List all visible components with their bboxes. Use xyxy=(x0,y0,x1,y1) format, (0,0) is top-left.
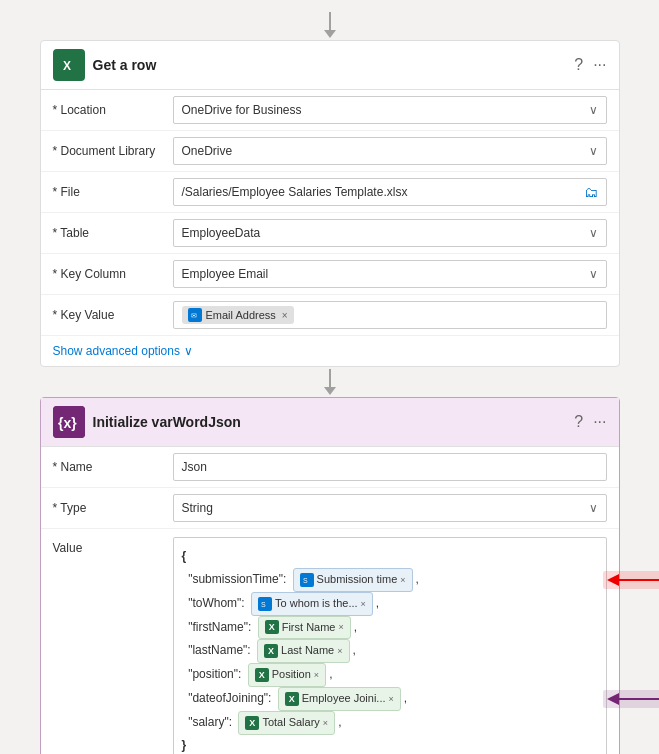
doc-library-dropdown[interactable]: OneDrive ∨ xyxy=(173,137,607,165)
get-row-more-icon[interactable]: ··· xyxy=(593,56,606,74)
init-actions: ? ··· xyxy=(574,413,606,431)
location-dropdown[interactable]: OneDrive for Business ∨ xyxy=(173,96,607,124)
email-address-chip: ✉ Email Address × xyxy=(182,306,294,324)
top-connector xyxy=(324,12,336,38)
position-chip-icon: X xyxy=(255,668,269,682)
date-joining-chip-close[interactable]: × xyxy=(389,691,394,707)
page-wrapper: X Get a row ? ··· * Location OneDrive fo… xyxy=(0,0,659,754)
get-row-title: Get a row xyxy=(93,57,567,73)
get-row-actions: ? ··· xyxy=(574,56,606,74)
key-column-value: Employee Email xyxy=(182,267,269,281)
date-joining-chip: X Employee Joini... × xyxy=(278,687,401,711)
json-line-date-joining: "dateofJoining": X Employee Joini... × , xyxy=(182,687,598,711)
key-column-label: * Key Column xyxy=(53,267,173,281)
location-value: OneDrive for Business xyxy=(182,103,302,117)
type-row: * Type String ∨ xyxy=(41,488,619,529)
salary-chip-close[interactable]: × xyxy=(323,715,328,731)
to-whom-chip: S To whom is the... × xyxy=(251,592,373,616)
salary-chip-icon: X xyxy=(245,716,259,730)
file-input[interactable]: /Salaries/Employee Salaries Template.xls… xyxy=(173,178,607,206)
init-card: {x} Initialize varWordJson ? ··· * Name … xyxy=(40,397,620,754)
json-line-salary: "salary": X Total Salary × , xyxy=(182,711,598,735)
get-row-card: X Get a row ? ··· * Location OneDrive fo… xyxy=(40,40,620,367)
key-column-dropdown-arrow: ∨ xyxy=(589,267,598,281)
location-row: * Location OneDrive for Business ∨ xyxy=(41,90,619,131)
table-value: EmployeeData xyxy=(182,226,261,240)
svg-rect-13 xyxy=(603,690,660,708)
position-chip-close[interactable]: × xyxy=(314,667,319,683)
salary-chip: X Total Salary × xyxy=(238,711,335,735)
svg-text:X: X xyxy=(63,59,71,73)
value-editor-container: { "submissionTime": S Submission time × xyxy=(173,537,607,754)
key-value-row: * Key Value ✉ Email Address × xyxy=(41,295,619,336)
svg-text:{x}: {x} xyxy=(58,415,77,431)
purple-arrow-annotation xyxy=(603,687,660,711)
json-icon: {x} xyxy=(53,406,85,438)
first-name-chip-close[interactable]: × xyxy=(338,619,343,635)
key-value-label: * Key Value xyxy=(53,308,173,322)
type-value: String xyxy=(182,501,213,515)
chip-label: Email Address xyxy=(206,309,276,321)
last-name-chip-close[interactable]: × xyxy=(337,643,342,659)
to-whom-chip-close[interactable]: × xyxy=(361,596,366,612)
key-value-input[interactable]: ✉ Email Address × xyxy=(173,301,607,329)
table-row: * Table EmployeeData ∨ xyxy=(41,213,619,254)
json-editor[interactable]: { "submissionTime": S Submission time × xyxy=(173,537,607,754)
first-name-chip: X First Name × xyxy=(258,616,351,640)
value-label: Value xyxy=(53,537,173,555)
table-label: * Table xyxy=(53,226,173,240)
submission-time-chip-close[interactable]: × xyxy=(400,572,405,588)
last-name-chip: X Last Name × xyxy=(257,639,349,663)
first-name-chip-icon: X xyxy=(265,620,279,634)
red-arrow-annotation xyxy=(603,568,660,592)
doc-library-value: OneDrive xyxy=(182,144,233,158)
file-value: /Salaries/Employee Salaries Template.xls… xyxy=(182,185,408,199)
name-row: * Name Json xyxy=(41,447,619,488)
json-line-open-brace: { xyxy=(182,546,598,568)
chip-close-icon[interactable]: × xyxy=(282,310,288,321)
table-dropdown-arrow: ∨ xyxy=(589,226,598,240)
to-whom-chip-icon: S xyxy=(258,597,272,611)
key-column-dropdown[interactable]: Employee Email ∨ xyxy=(173,260,607,288)
svg-text:S: S xyxy=(303,577,308,584)
json-line-last-name: "lastName": X Last Name × , xyxy=(182,639,598,663)
doc-library-label: * Document Library xyxy=(53,144,173,158)
doc-library-dropdown-arrow: ∨ xyxy=(589,144,598,158)
position-chip: X Position × xyxy=(248,663,326,687)
table-dropdown[interactable]: EmployeeData ∨ xyxy=(173,219,607,247)
show-advanced-label: Show advanced options xyxy=(53,344,180,358)
connector-1 xyxy=(324,369,336,395)
get-row-help-icon[interactable]: ? xyxy=(574,56,583,74)
chip-mail-icon: ✉ xyxy=(188,308,202,322)
init-card-header: {x} Initialize varWordJson ? ··· xyxy=(41,398,619,447)
json-line-to-whom: "toWhom": S To whom is the... × , xyxy=(182,592,598,616)
show-advanced-options[interactable]: Show advanced options ∨ xyxy=(41,336,619,366)
submission-time-chip: S Submission time × xyxy=(293,568,413,592)
svg-rect-9 xyxy=(603,571,660,589)
show-advanced-chevron-icon: ∨ xyxy=(184,344,193,358)
key-column-row: * Key Column Employee Email ∨ xyxy=(41,254,619,295)
excel-icon: X xyxy=(53,49,85,81)
type-dropdown-arrow: ∨ xyxy=(589,501,598,515)
location-dropdown-arrow: ∨ xyxy=(589,103,598,117)
type-label: * Type xyxy=(53,501,173,515)
date-joining-chip-icon: X xyxy=(285,692,299,706)
type-dropdown[interactable]: String ∨ xyxy=(173,494,607,522)
svg-text:S: S xyxy=(261,601,266,608)
submission-chip-icon: S xyxy=(300,573,314,587)
name-value: Json xyxy=(182,460,207,474)
name-input[interactable]: Json xyxy=(173,453,607,481)
file-label: * File xyxy=(53,185,173,199)
file-folder-icon: 🗂 xyxy=(584,184,598,200)
name-label: * Name xyxy=(53,460,173,474)
json-line-submission-time: "submissionTime": S Submission time × , xyxy=(182,568,598,592)
svg-text:✉: ✉ xyxy=(191,312,197,319)
init-more-icon[interactable]: ··· xyxy=(593,413,606,431)
init-title: Initialize varWordJson xyxy=(93,414,567,430)
json-line-position: "position": X Position × , xyxy=(182,663,598,687)
get-row-card-header: X Get a row ? ··· xyxy=(41,41,619,90)
init-help-icon[interactable]: ? xyxy=(574,413,583,431)
json-line-close-brace: } xyxy=(182,735,598,754)
json-line-first-name: "firstName": X First Name × , xyxy=(182,616,598,640)
doc-library-row: * Document Library OneDrive ∨ xyxy=(41,131,619,172)
